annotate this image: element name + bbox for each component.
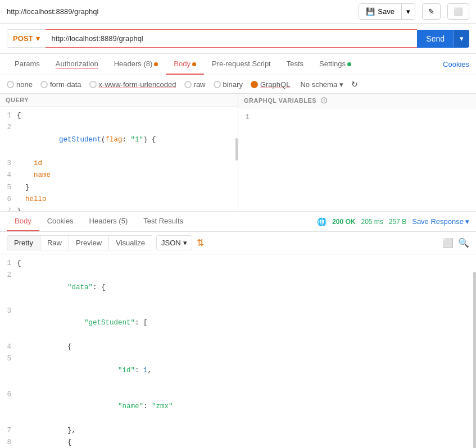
body-type-none[interactable]: none [7, 80, 33, 89]
response-tabs-bar: Body Cookies Headers (5) Test Results 🌐 … [0, 212, 476, 232]
query-code-area[interactable]: 1 { 2 getStudent(flag: "1") { 3 id 4 nam… [0, 107, 238, 211]
search-icon-button[interactable]: 🔍 [458, 237, 469, 248]
json-format-label: JSON [161, 239, 181, 247]
response-time: 205 ms [361, 218, 383, 226]
resp-line-1: 1 { [0, 258, 476, 269]
variables-info-icon[interactable]: ⓘ [321, 97, 328, 104]
resp-tab-test-results[interactable]: Test Results [135, 212, 191, 231]
schema-label: No schema [300, 80, 337, 89]
request-bar: POST ▾ Send ▾ [0, 24, 476, 54]
save-dropdown-arrow[interactable]: ▾ [401, 4, 415, 19]
copy-icon-button[interactable]: ⬜ [442, 237, 454, 248]
tab-headers[interactable]: Headers (8) [106, 54, 166, 75]
save-icon: 💾 [366, 7, 375, 16]
cookies-tab[interactable]: Cookies [443, 54, 469, 74]
refresh-icon[interactable]: ↻ [351, 80, 358, 89]
query-line-1: 1 { [0, 110, 238, 122]
resp-line-2: 2 "data": { [0, 269, 476, 305]
body-type-graphql[interactable]: GraphQL [251, 80, 290, 89]
resp-tab-cookies[interactable]: Cookies [39, 212, 81, 231]
tab-authorization[interactable]: Authorization [48, 54, 106, 75]
send-button[interactable]: Send [417, 30, 454, 48]
response-status-bar: 🌐 200 OK 205 ms 257 B Save Response ▾ [317, 217, 469, 226]
note-icon: ⬜ [454, 7, 463, 16]
query-line-4: 4 name [0, 170, 238, 181]
body-type-form-data[interactable]: form-data [40, 80, 81, 89]
query-scrollbar[interactable] [235, 138, 238, 161]
format-bar: Pretty Raw Preview Visualize JSON ▾ ⇅ ⬜ … [0, 232, 476, 254]
status-code: 200 OK [332, 218, 355, 226]
schema-select[interactable]: No schema ▾ [300, 80, 343, 89]
radio-graphql-dot [251, 81, 258, 88]
tab-settings[interactable]: Settings [311, 54, 359, 75]
method-chevron-icon: ▾ [36, 34, 40, 43]
top-url-display: http://localhost:8889/graphql [7, 7, 354, 16]
method-label: POST [13, 34, 33, 43]
json-format-select[interactable]: JSON ▾ [156, 235, 192, 250]
body-type-binary[interactable]: binary [214, 80, 243, 89]
globe-icon: 🌐 [317, 217, 327, 226]
radio-form-data-dot [40, 81, 48, 88]
save-button-group: 💾 Save ▾ [359, 3, 415, 20]
radio-binary-dot [214, 81, 221, 88]
resp-tab-headers[interactable]: Headers (5) [81, 212, 136, 231]
top-bar: http://localhost:8889/graphql 💾 Save ▾ ✎… [0, 0, 476, 24]
query-panel-label: QUERY [0, 94, 238, 107]
query-variables-panels: QUERY 1 { 2 getStudent(flag: "1") { 3 id [0, 94, 476, 212]
query-line-2: 2 getStudent(flag: "1") { [0, 122, 238, 158]
resp-line-7: 7 }, [0, 425, 476, 437]
variables-line-1: 1 [238, 112, 476, 124]
body-type-raw[interactable]: raw [184, 80, 206, 89]
response-action-icons: ⬜ 🔍 [442, 237, 469, 248]
tab-tests[interactable]: Tests [279, 54, 311, 75]
save-response-chevron-icon: ▾ [465, 217, 469, 226]
format-tab-visualize[interactable]: Visualize [108, 235, 152, 250]
filter-icon[interactable]: ⇅ [197, 237, 204, 248]
edit-icon: ✎ [428, 7, 434, 16]
variables-panel: GRAPHQL VARIABLES ⓘ 1 [238, 94, 476, 211]
query-line-5: 5 } [0, 182, 238, 194]
edit-icon-button[interactable]: ✎ [422, 3, 441, 20]
resp-line-8: 8 { [0, 437, 476, 448]
send-button-group: Send ▾ [417, 30, 469, 48]
url-input[interactable] [46, 29, 417, 48]
variables-panel-label: GRAPHQL VARIABLES ⓘ [238, 94, 476, 108]
note-icon-button[interactable]: ⬜ [447, 3, 469, 20]
resp-tab-body[interactable]: Body [7, 212, 39, 231]
radio-none-dot [7, 81, 14, 88]
response-size: 257 B [389, 218, 406, 226]
query-line-3: 3 id [0, 158, 238, 170]
query-line-6: 6 hello [0, 194, 238, 205]
send-dropdown-arrow[interactable]: ▾ [454, 30, 469, 47]
request-tabs-bar: Params Authorization Headers (8) Body Pr… [0, 54, 476, 75]
method-select[interactable]: POST ▾ [7, 29, 46, 48]
variables-code-area[interactable]: 1 [238, 108, 476, 211]
format-tab-pretty[interactable]: Pretty [7, 235, 40, 250]
schema-chevron-icon: ▾ [339, 80, 343, 89]
json-format-chevron-icon: ▾ [183, 239, 187, 247]
tab-body[interactable]: Body [166, 54, 204, 75]
resp-line-5: 5 "id": 1, [0, 353, 476, 389]
response-section: Body Cookies Headers (5) Test Results 🌐 … [0, 212, 476, 448]
save-button[interactable]: 💾 Save [359, 4, 401, 19]
resp-line-6: 6 "name": "zmx" [0, 389, 476, 425]
resp-line-3: 3 "getStudent": [ [0, 305, 476, 341]
radio-raw-dot [184, 81, 192, 88]
response-code-area[interactable]: 1 { 2 "data": { 3 "getStudent": [ 4 { [0, 254, 476, 448]
format-tab-raw[interactable]: Raw [40, 235, 69, 250]
radio-urlencoded-dot [89, 81, 97, 88]
format-tab-preview[interactable]: Preview [69, 235, 108, 250]
body-type-urlencoded[interactable]: x-www-form-urlencoded [89, 80, 176, 89]
response-scrollbar[interactable] [473, 272, 476, 448]
query-line-7: 7 } [0, 205, 238, 211]
tab-params[interactable]: Params [7, 54, 48, 75]
tab-pre-request[interactable]: Pre-request Script [204, 54, 279, 75]
resp-line-4: 4 { [0, 341, 476, 353]
save-response-button[interactable]: Save Response ▾ [412, 217, 469, 226]
query-panel: QUERY 1 { 2 getStudent(flag: "1") { 3 id [0, 94, 238, 211]
body-type-bar: none form-data x-www-form-urlencoded raw… [0, 75, 476, 94]
